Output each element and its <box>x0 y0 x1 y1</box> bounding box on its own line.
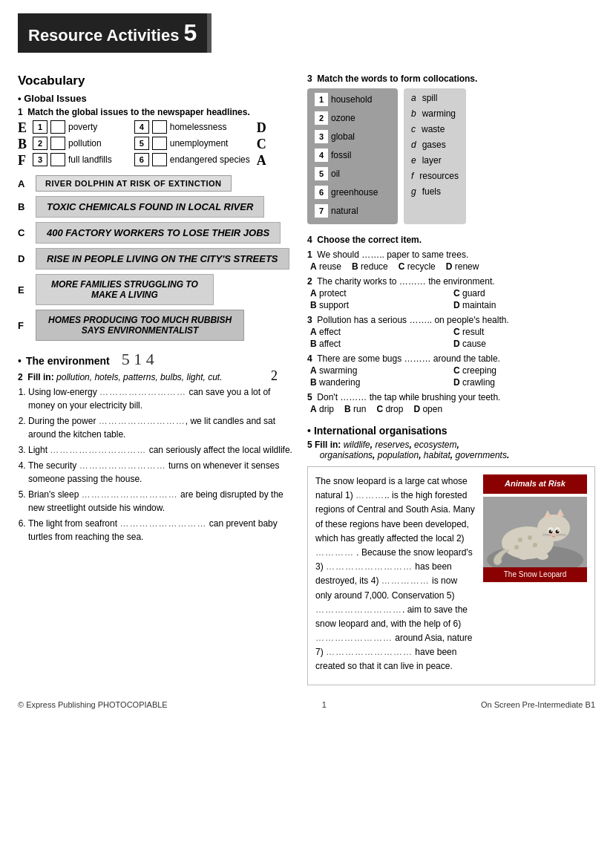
fill-in-words: pollution, hotels, patterns, bulbs, ligh… <box>56 372 222 382</box>
hw-nums: 5 1 4 <box>122 350 154 369</box>
match-item-6: 6 endangered species <box>134 153 250 166</box>
hw-a: A <box>257 153 266 169</box>
fill-in-bold: Fill in: <box>27 372 53 382</box>
colloc-4: 4fossil <box>310 147 395 163</box>
vocabulary-title: Vocabulary <box>18 74 292 88</box>
colloc-6: 6greenhouse <box>310 184 395 200</box>
headline-a: A RIVER DOLPHIN AT RISK OF EXTINCTION <box>18 175 292 192</box>
choose-q5: 5 Don't ……… the tap while brushing your … <box>307 392 595 414</box>
colloc-r-f: fresources <box>407 169 463 183</box>
svg-point-20 <box>528 535 532 540</box>
match-item-4: 4 homelessness <box>134 120 250 134</box>
fill-item-2: During the power ………………………, we lit candl… <box>28 414 292 441</box>
colloc-5: 5oil <box>310 166 395 182</box>
svg-point-12 <box>551 530 552 532</box>
svg-point-11 <box>556 529 560 533</box>
leopard-svg <box>483 497 587 567</box>
fill-item-6: The light from seafront ……………………… can pr… <box>28 517 292 544</box>
header-banner: Resource Activities 5 <box>18 13 207 53</box>
hw-d: D <box>257 120 266 136</box>
fill-item-3: Light ………………………… can seriously affect th… <box>28 443 292 457</box>
env-title: The environment <box>26 355 110 367</box>
colloc-2: 2ozone <box>310 110 395 126</box>
match-item-1: 1 poverty <box>33 120 112 134</box>
choose-q1: 1 We should …….. paper to same trees. A … <box>307 249 595 272</box>
headline-b: B TOXIC CHEMICALS FOUND IN LOCAL RIVER <box>18 196 292 218</box>
header-number: 5 <box>184 19 197 46</box>
fill-item-4: The security ……………………… turns on whenever… <box>28 459 292 486</box>
animals-at-risk-title: Animals at Risk <box>483 474 587 494</box>
env-bullet: • <box>18 355 22 367</box>
task5-label: 5 Fill in: wildlife, reserves, ecosystem… <box>307 440 595 460</box>
svg-point-19 <box>518 538 522 542</box>
fill-in-list: Using low-energy ……………………… can save you … <box>28 385 292 544</box>
colloc-r-g: gfuels <box>407 185 463 198</box>
svg-point-13 <box>557 530 559 532</box>
headlines-section: A RIVER DOLPHIN AT RISK OF EXTINCTION B … <box>18 175 292 341</box>
task3-section: 3 Match the words to form collocations. … <box>307 74 595 224</box>
footer-left: © Express Publishing PHOTOCOPIABLE <box>18 700 168 709</box>
header-title: Resource Activities <box>28 26 179 45</box>
choose-q4: 4 There are some bugs ……… around the tab… <box>307 353 595 388</box>
colloc-3: 3global <box>310 128 395 145</box>
svg-point-10 <box>549 529 553 533</box>
collocations-table: 1household 2ozone 3global 4fossil 5oil 6… <box>307 88 595 224</box>
task3-num: 3 <box>307 74 312 84</box>
colloc-right-panel: aspill bwarming cwaste dgases elayer fre… <box>404 88 466 224</box>
colloc-r-e: elayer <box>407 154 463 167</box>
colloc-1: 1household <box>310 91 395 108</box>
svg-point-22 <box>533 543 537 547</box>
leopard-image <box>483 497 587 567</box>
colloc-7: 7natural <box>310 203 395 219</box>
global-issues-bullet: Global Issues <box>18 93 292 104</box>
snow-leopard-box: The snow leopard is a large cat whose na… <box>307 466 595 685</box>
headline-f: F HOMES PRODUCING TOO MUCH RUBBISHSAYS E… <box>18 310 292 341</box>
snow-leopard-text: The snow leopard is a large cat whose na… <box>315 474 476 677</box>
footer-center: 1 <box>322 700 327 709</box>
snow-leopard-label: The Snow Leopard <box>483 567 587 582</box>
svg-point-24 <box>518 552 530 560</box>
snow-image-box: Animals at Risk <box>483 474 587 677</box>
match-item-5: 5 unemployment <box>134 137 250 150</box>
match-item-2: 2 pollution <box>33 137 112 150</box>
fill-item-1: Using low-energy ……………………… can save you … <box>28 385 292 412</box>
choose-q3: 3 Pollution has a serious …….. on people… <box>307 315 595 349</box>
task4-num: 4 <box>307 235 312 245</box>
hw-e: E <box>18 120 27 136</box>
task2-label: 2 <box>18 372 23 382</box>
hw-b: B <box>18 137 27 152</box>
task1-label: 1 Match the global issues to the newspap… <box>18 107 292 117</box>
footer-right: On Screen Pre-Intermediate B1 <box>481 700 595 709</box>
environment-section: • The environment 5 1 4 2 Fill in: pollu… <box>18 350 292 544</box>
hw-f: F <box>18 153 26 169</box>
svg-point-23 <box>537 552 548 560</box>
headline-e: E MORE FAMILIES STRUGGLING TOMAKE A LIVI… <box>18 274 292 305</box>
colloc-r-d: dgases <box>407 138 463 151</box>
choose-q2: 2 The charity works to ……… the environme… <box>307 276 595 310</box>
colloc-r-a: aspill <box>407 91 463 105</box>
headline-c: C 400 FACTORY WORKERS TO LOSE THEIR JOBS <box>18 222 292 244</box>
footer: © Express Publishing PHOTOCOPIABLE 1 On … <box>18 700 595 709</box>
headline-d: D RISE IN PEOPLE LIVING ON THE CITY'S ST… <box>18 248 292 270</box>
svg-point-21 <box>514 545 519 549</box>
colloc-r-c: cwaste <box>407 123 463 136</box>
match-item-3: 3 full landfills <box>33 153 112 166</box>
task3-desc: Match the words to form collocations. <box>317 74 477 84</box>
fill-item-5: Brian's sleep ………………………… are being disru… <box>28 488 292 515</box>
task4-desc: Choose the correct item. <box>317 235 422 245</box>
intl-bullet: International organisations <box>314 425 448 437</box>
colloc-r-b: bwarming <box>407 107 463 120</box>
hw-2: 2 <box>271 368 278 384</box>
task4-section: 4 Choose the correct item. 1 We should …… <box>307 235 595 414</box>
intl-section: • International organisations 5 Fill in:… <box>307 425 595 685</box>
hw-c: C <box>257 137 266 152</box>
colloc-left-panel: 1household 2ozone 3global 4fossil 5oil 6… <box>307 88 398 224</box>
